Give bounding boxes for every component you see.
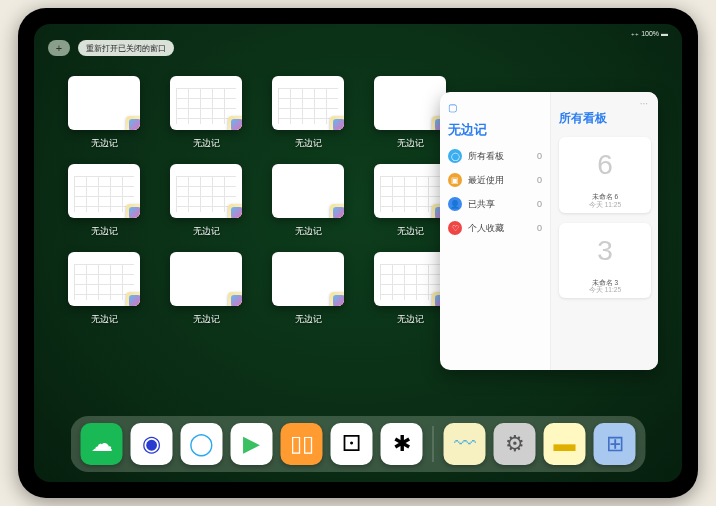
board-meta: 未命名 6今天 11:25 [589,193,621,209]
settings-icon[interactable]: ⚙ [494,423,536,465]
ipad-frame: ₊₊ 100% ▬ + 重新打开已关闭的窗口 无边记无边记无边记无边记无边记无边… [18,8,698,498]
window-grid: 无边记无边记无边记无边记无边记无边记无边记无边记无边记无边记无边记无边记 [68,76,468,326]
thumb-label: 无边记 [295,313,322,326]
freeform-app-icon [126,204,140,218]
thumb-label: 无边记 [193,137,220,150]
thumb-preview [272,164,344,218]
board-preview: 3 [559,223,651,279]
thumb-label: 无边记 [397,137,424,150]
thumb-preview [170,164,242,218]
category-icon: ◯ [448,149,462,163]
window-thumb[interactable]: 无边记 [374,252,446,326]
window-thumb[interactable]: 无边记 [374,164,446,238]
board-preview: 6 [559,137,651,193]
dock-separator [433,426,434,462]
board-card[interactable]: 3未命名 3今天 11:25 [559,223,651,299]
board-card[interactable]: 6未命名 6今天 11:25 [559,137,651,213]
thumb-label: 无边记 [397,313,424,326]
freeform-app-icon [330,116,344,130]
thumb-label: 无边记 [295,225,322,238]
thumb-preview [374,76,446,130]
books-icon[interactable]: ▯▯ [281,423,323,465]
thumb-label: 无边记 [295,137,322,150]
category-icon: 👤 [448,197,462,211]
top-toolbar: + 重新打开已关闭的窗口 [48,40,174,56]
qqbrowser-icon[interactable]: ◯ [181,423,223,465]
window-thumb[interactable]: 无边记 [68,164,140,238]
sidebar-item[interactable]: ▣最近使用0 [448,173,542,187]
reopen-closed-window-button[interactable]: 重新打开已关闭的窗口 [78,40,174,56]
panel-sidebar-title: 无边记 [448,121,542,139]
item-count: 0 [537,175,542,185]
window-thumb[interactable]: 无边记 [68,76,140,150]
category-icon: ▣ [448,173,462,187]
window-thumb[interactable]: 无边记 [272,252,344,326]
sidebar-item[interactable]: ◯所有看板0 [448,149,542,163]
wechat-icon[interactable]: ☁ [81,423,123,465]
thumb-preview [374,252,446,306]
freeform-app-icon [330,204,344,218]
thumb-label: 无边记 [91,137,118,150]
freeform-app-icon [126,116,140,130]
thumb-label: 无边记 [91,225,118,238]
thumb-preview [272,76,344,130]
thumb-preview [272,252,344,306]
freeform-icon[interactable]: 〰 [444,423,486,465]
play-icon[interactable]: ▶ [231,423,273,465]
more-icon[interactable]: ··· [640,98,648,109]
thumb-label: 无边记 [91,313,118,326]
notes-icon[interactable]: ▬ [544,423,586,465]
thumb-preview [68,252,140,306]
sidebar-item[interactable]: ♡个人收藏0 [448,221,542,235]
thumb-preview [68,76,140,130]
freeform-app-icon [330,292,344,306]
window-thumb[interactable]: 无边记 [170,252,242,326]
item-count: 0 [537,223,542,233]
browser-icon[interactable]: ◉ [131,423,173,465]
window-thumb[interactable]: 无边记 [272,164,344,238]
freeform-app-icon [228,204,242,218]
sidebar-item-label: 最近使用 [468,174,504,187]
window-thumb[interactable]: 无边记 [374,76,446,150]
item-count: 0 [537,151,542,161]
dock: ☁◉◯▶▯▯⚀✱〰⚙▬⊞ [71,416,646,472]
window-thumb[interactable]: 无边记 [272,76,344,150]
thumb-label: 无边记 [193,313,220,326]
freeform-app-icon [228,116,242,130]
new-window-button[interactable]: + [48,40,70,56]
window-thumb[interactable]: 无边记 [170,164,242,238]
panel-sidebar: ▢ 无边记 ◯所有看板0▣最近使用0👤已共享0♡个人收藏0 [440,92,550,370]
sidebar-item-label: 已共享 [468,198,495,211]
thumb-preview [374,164,446,218]
status-bar: ₊₊ 100% ▬ [631,30,668,38]
graph-icon[interactable]: ✱ [381,423,423,465]
thumb-preview [170,252,242,306]
panel-icon: ▢ [448,102,457,113]
sidebar-item[interactable]: 👤已共享0 [448,197,542,211]
window-thumb[interactable]: 无边记 [68,252,140,326]
sidebar-item-label: 个人收藏 [468,222,504,235]
dice-icon[interactable]: ⚀ [331,423,373,465]
item-count: 0 [537,199,542,209]
panel-boards: ··· 所有看板 6未命名 6今天 11:253未命名 3今天 11:25 [550,92,658,370]
sidebar-panel: ▢ 无边记 ◯所有看板0▣最近使用0👤已共享0♡个人收藏0 ··· 所有看板 6… [440,92,658,370]
thumb-label: 无边记 [397,225,424,238]
category-icon: ♡ [448,221,462,235]
panel-right-title: 所有看板 [559,110,650,127]
apps-icon[interactable]: ⊞ [594,423,636,465]
freeform-app-icon [228,292,242,306]
thumb-preview [170,76,242,130]
board-meta: 未命名 3今天 11:25 [589,279,621,295]
freeform-app-icon [126,292,140,306]
thumb-preview [68,164,140,218]
screen: ₊₊ 100% ▬ + 重新打开已关闭的窗口 无边记无边记无边记无边记无边记无边… [34,24,682,482]
sidebar-item-label: 所有看板 [468,150,504,163]
window-thumb[interactable]: 无边记 [170,76,242,150]
thumb-label: 无边记 [193,225,220,238]
